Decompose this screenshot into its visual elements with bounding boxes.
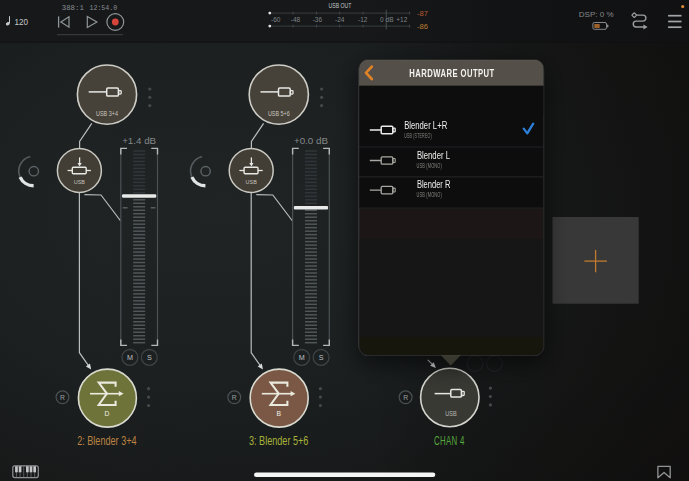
svg-text:-86: -86 [417, 22, 428, 31]
svg-text:USB OUT: USB OUT [329, 2, 352, 9]
svg-text:USB: USB [74, 179, 85, 185]
svg-text:-60: -60 [271, 16, 281, 23]
svg-text:R: R [403, 394, 408, 401]
svg-text:+1.4 dB: +1.4 dB [122, 137, 157, 146]
svg-text:Blender L: Blender L [417, 150, 450, 161]
svg-text:0 dB: 0 dB [380, 16, 393, 23]
svg-text:+12: +12 [396, 16, 407, 23]
svg-text:2: Blender 3+4: 2: Blender 3+4 [77, 434, 137, 448]
svg-text:M: M [299, 353, 305, 362]
svg-text:-24: -24 [335, 16, 345, 23]
svg-text:S: S [147, 353, 152, 362]
svg-text:120: 120 [15, 16, 29, 27]
svg-text:USB 5+6: USB 5+6 [268, 110, 290, 117]
svg-text:CHAN 4: CHAN 4 [434, 434, 465, 448]
svg-text:-12: -12 [358, 16, 368, 23]
svg-text:Blender R: Blender R [417, 179, 451, 190]
svg-text:USB (STEREO): USB (STEREO) [404, 132, 432, 140]
svg-text:USB (MONO): USB (MONO) [417, 162, 443, 170]
svg-text:D: D [104, 410, 109, 417]
svg-text:USB (MONO): USB (MONO) [417, 191, 443, 199]
svg-text:R: R [232, 394, 237, 401]
svg-text:USB: USB [246, 179, 257, 185]
svg-text:USB 3+4: USB 3+4 [96, 110, 118, 117]
svg-text:M: M [127, 353, 133, 362]
svg-text:HARDWARE OUTPUT: HARDWARE OUTPUT [409, 67, 494, 79]
svg-text:388:1: 388:1 [62, 4, 85, 12]
svg-text:USB: USB [445, 410, 457, 417]
svg-text:-87: -87 [417, 9, 428, 18]
svg-text:Blender L+R: Blender L+R [404, 120, 447, 131]
svg-text:S: S [319, 353, 324, 362]
svg-text:12:54.0: 12:54.0 [90, 4, 118, 12]
svg-text:3: Blender 5+6: 3: Blender 5+6 [249, 434, 309, 448]
svg-text:B: B [276, 410, 281, 417]
svg-text:R: R [60, 394, 65, 401]
svg-text:+0.0 dB: +0.0 dB [294, 137, 329, 146]
svg-text:-48: -48 [291, 16, 301, 23]
svg-text:DSP: 0 %: DSP: 0 % [579, 10, 614, 19]
svg-text:-36: -36 [313, 16, 323, 23]
